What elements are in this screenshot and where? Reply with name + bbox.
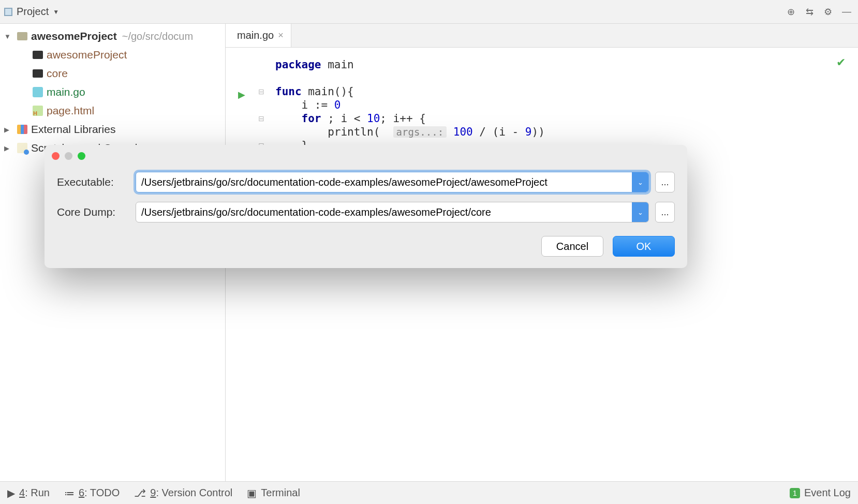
external-libs-label: External Libraries — [31, 123, 115, 136]
chevron-down-icon[interactable]: ⌄ — [632, 202, 648, 222]
dialog-titlebar[interactable] — [45, 145, 687, 167]
executable-label: Executable: — [57, 176, 129, 188]
libraries-icon — [17, 125, 27, 134]
go-file-icon — [33, 87, 43, 97]
window-minimize-icon[interactable] — [65, 152, 72, 160]
html-file-icon — [33, 106, 43, 116]
binary-icon — [33, 51, 43, 59]
tree-item[interactable]: ▶ core — [0, 64, 225, 83]
analysis-ok-icon[interactable]: ✔ — [836, 56, 846, 69]
minimize-icon[interactable]: — — [839, 5, 854, 19]
terminal-tool-window-button[interactable]: ▣ Terminal — [247, 487, 300, 499]
fold-icon[interactable]: ⊟ — [254, 85, 269, 98]
fold-icon[interactable] — [254, 98, 269, 112]
browse-coredump-button[interactable]: ... — [655, 202, 675, 223]
run-gutter-icon[interactable]: ▶ — [238, 89, 254, 100]
executable-input[interactable] — [136, 172, 632, 192]
event-badge: 1 — [790, 488, 800, 498]
fold-icon[interactable] — [254, 125, 269, 139]
locate-icon[interactable]: ⊕ — [783, 5, 798, 19]
tree-item-label: page.html — [47, 105, 94, 117]
coredump-label: Core Dump: — [57, 206, 129, 218]
coredump-input[interactable] — [136, 202, 632, 222]
tab-label: main.go — [237, 29, 274, 41]
coredump-field[interactable]: ⌄ — [136, 202, 649, 223]
tree-external-libs[interactable]: ▶ External Libraries — [0, 120, 225, 139]
ok-button[interactable]: OK — [613, 236, 675, 257]
project-view-icon — [4, 8, 12, 16]
tree-item-label: core — [47, 67, 68, 80]
tree-item-label: awesomeProject — [47, 49, 127, 61]
folder-icon — [17, 32, 27, 40]
fold-icon[interactable]: ⊟ — [254, 112, 269, 125]
window-zoom-icon[interactable] — [78, 152, 85, 160]
tree-item[interactable]: ▶ awesomeProject — [0, 46, 225, 64]
tree-item-label: main.go — [47, 86, 85, 98]
project-name: awesomeProject — [31, 30, 117, 42]
scratches-icon — [17, 143, 27, 153]
browse-executable-button[interactable]: ... — [655, 172, 675, 192]
project-view-title[interactable]: Project — [17, 6, 49, 18]
todo-tool-window-button[interactable]: ≔ 6: TODO — [64, 487, 120, 499]
core-dump-dialog: Executable: ⌄ ... Core Dump: ⌄ ... Cance… — [45, 145, 687, 268]
editor-tab-main-go[interactable]: main.go × — [226, 24, 291, 47]
tree-item[interactable]: ▶ page.html — [0, 101, 225, 120]
project-toolbar: Project ▼ ⊕ ⇆ ⚙ — — [0, 0, 858, 24]
editor-tabs: main.go × — [226, 24, 858, 48]
executable-field[interactable]: ⌄ — [136, 172, 649, 192]
event-log-button[interactable]: 1 Event Log — [790, 487, 851, 499]
run-tool-window-button[interactable]: ▶ 4: Run — [7, 487, 50, 499]
close-icon[interactable]: × — [278, 30, 284, 41]
vcs-tool-window-button[interactable]: ⎇ 9: Version Control — [134, 487, 232, 499]
window-close-icon[interactable] — [52, 152, 60, 160]
project-path: ~/go/src/docum — [122, 31, 193, 42]
gear-icon[interactable]: ⚙ — [821, 5, 835, 19]
chevron-down-icon[interactable]: ⌄ — [632, 172, 648, 192]
tree-item[interactable]: ▶ main.go — [0, 83, 225, 101]
chevron-down-icon[interactable]: ▼ — [53, 8, 59, 16]
tree-root[interactable]: ▼ awesomeProject ~/go/src/docum — [0, 27, 225, 46]
cancel-button[interactable]: Cancel — [541, 236, 603, 257]
status-bar: ▶ 4: Run ≔ 6: TODO ⎇ 9: Version Control … — [0, 481, 858, 504]
binary-icon — [33, 69, 43, 78]
collapse-icon[interactable]: ⇆ — [802, 5, 817, 19]
